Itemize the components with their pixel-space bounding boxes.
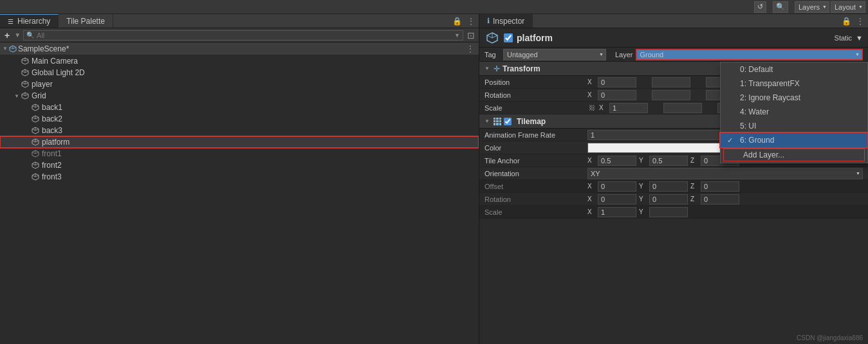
- object-enabled-checkbox[interactable]: [504, 33, 513, 42]
- inspector-lock-button[interactable]: 🔒: [840, 15, 853, 27]
- section-arrow-icon: ▼: [485, 66, 491, 71]
- tilemap-rotation-y-input[interactable]: [649, 194, 688, 204]
- static-dropdown[interactable]: ▼: [856, 34, 863, 42]
- layer-dropdown[interactable]: Ground: [636, 49, 863, 60]
- list-item-selected[interactable]: platform: [0, 136, 479, 148]
- tilemap-icon: [494, 118, 501, 125]
- tilemap-rotation-values: X Y Z: [587, 194, 863, 204]
- tile-anchor-x-input[interactable]: [598, 156, 636, 166]
- transform-icon: ✛: [494, 64, 500, 73]
- list-item[interactable]: back1: [0, 102, 479, 113]
- inspector-content: platform Static ▼ Tag Untagged Layer Gro…: [479, 28, 868, 344]
- object-header: platform Static ▼: [479, 28, 868, 48]
- expand-button[interactable]: ⊡: [466, 29, 476, 42]
- search-dropdown-button[interactable]: ▼: [454, 32, 460, 39]
- layer-option-ground[interactable]: ✓ 6: Ground: [721, 133, 867, 147]
- object-cube-icon: [31, 149, 40, 158]
- tilemap-scale-x-input[interactable]: [598, 207, 636, 217]
- object-cube-icon: [31, 103, 40, 112]
- scene-more-button[interactable]: ⋮: [462, 44, 479, 54]
- panel-more-button[interactable]: ⋮: [466, 15, 476, 27]
- undo-button[interactable]: ↺: [754, 1, 766, 13]
- offset-label: Offset: [485, 183, 587, 190]
- offset-y-input[interactable]: [649, 181, 688, 192]
- tab-tile-palette[interactable]: Tile Palette: [59, 14, 113, 28]
- object-cube-icon: [31, 126, 40, 135]
- layer-dropdown-menu: 0: Default 1: TransparentFX 2: Ignore Ra…: [720, 62, 868, 163]
- search-button[interactable]: 🔍: [773, 1, 788, 13]
- scale-y-input[interactable]: [663, 103, 702, 113]
- panel-tab-actions: 🔒 ⋮: [451, 14, 479, 28]
- list-item[interactable]: Main Camera: [0, 55, 479, 67]
- inspector-tab-actions: 🔒 ⋮: [840, 14, 868, 28]
- object-cube-icon: [31, 138, 40, 147]
- main-area: ☰ Hierarchy Tile Palette 🔒 ⋮ + ▼ 🔍 ▼ ⊡: [0, 14, 868, 344]
- layer-option-water[interactable]: 4: Water: [721, 105, 867, 119]
- scale-x-input[interactable]: [609, 103, 648, 113]
- tilemap-scale-y-input[interactable]: [649, 207, 688, 217]
- tilemap-rotation-label: Rotation: [485, 195, 587, 203]
- object-cube-icon: [31, 114, 40, 123]
- list-item[interactable]: back3: [0, 125, 479, 136]
- tilemap-scale-values: X Y: [587, 207, 863, 217]
- offset-values: X Y Z: [587, 181, 863, 192]
- tilemap-scale-row: Scale X Y: [479, 206, 868, 219]
- scene-icon: [9, 45, 17, 53]
- list-item[interactable]: front2: [0, 159, 479, 171]
- info-icon: ℹ: [487, 17, 490, 25]
- layout-dropdown[interactable]: Layout: [831, 1, 865, 13]
- scale-label: Scale: [485, 104, 587, 112]
- search-input[interactable]: [37, 32, 452, 39]
- layer-option-default[interactable]: 0: Default: [721, 62, 867, 77]
- list-item[interactable]: front3: [0, 171, 479, 183]
- link-icon: ⛓: [589, 104, 595, 111]
- rotation-x-input[interactable]: [598, 90, 636, 100]
- position-x-input[interactable]: [598, 77, 636, 87]
- section-arrow-icon: ▼: [485, 118, 491, 124]
- add-object-button[interactable]: +: [3, 30, 12, 41]
- add-arrow-icon: ▼: [14, 32, 21, 39]
- object-cube-icon: [31, 161, 40, 170]
- object-cube-icon: [21, 91, 30, 100]
- object-label: back1: [42, 103, 62, 112]
- scene-arrow-icon: ▼: [3, 46, 8, 51]
- list-item[interactable]: back2: [0, 113, 479, 125]
- object-label: back2: [42, 114, 62, 123]
- tag-dropdown[interactable]: Untagged: [503, 49, 606, 60]
- search-icon: 🔍: [26, 32, 34, 39]
- orientation-dropdown[interactable]: XY: [587, 168, 863, 179]
- offset-x-input[interactable]: [598, 181, 636, 192]
- check-icon: ✓: [727, 136, 736, 145]
- tag-layer-row: Tag Untagged Layer Ground 0: Default: [479, 48, 868, 62]
- list-item[interactable]: Global Light 2D: [0, 67, 479, 78]
- object-cube-icon: [21, 80, 30, 89]
- panel-lock-button[interactable]: 🔒: [451, 15, 463, 27]
- tilemap-rotation-x-input[interactable]: [598, 194, 636, 204]
- object-label: Main Camera: [32, 57, 78, 66]
- panel-tabs: ☰ Hierarchy Tile Palette 🔒 ⋮: [0, 14, 479, 28]
- rotation-y-input[interactable]: [652, 90, 690, 100]
- offset-z-input[interactable]: [701, 181, 739, 192]
- list-item[interactable]: front1: [0, 148, 479, 159]
- hierarchy-toolbar: + ▼ 🔍 ▼ ⊡: [0, 28, 479, 42]
- hierarchy-tree: Main Camera Global Light 2D player ▼: [0, 55, 479, 344]
- list-item[interactable]: player: [0, 78, 479, 90]
- tab-inspector[interactable]: ℹ Inspector: [479, 14, 533, 28]
- position-y-input[interactable]: [652, 77, 690, 87]
- tilemap-enabled-checkbox[interactable]: [504, 118, 512, 125]
- scene-header[interactable]: ▼ SampleScene* ⋮: [0, 42, 479, 55]
- inspector-more-button[interactable]: ⋮: [855, 15, 865, 27]
- anim-frame-rate-label: Animation Frame Rate: [485, 131, 587, 139]
- layer-option-transparentfx[interactable]: 1: TransparentFX: [721, 77, 867, 91]
- tile-anchor-y-input[interactable]: [649, 156, 688, 166]
- add-layer-button[interactable]: Add Layer...: [723, 149, 865, 161]
- tilemap-rotation-z-input[interactable]: [701, 194, 739, 204]
- right-panel: ℹ Inspector 🔒 ⋮ platform Static: [479, 14, 868, 344]
- layer-option-ui[interactable]: 5: UI: [721, 119, 867, 133]
- list-item[interactable]: ▼ Grid: [0, 90, 479, 102]
- tab-hierarchy[interactable]: ☰ Hierarchy: [0, 14, 59, 28]
- layers-dropdown[interactable]: Layers: [795, 1, 829, 13]
- layer-option-ignore-raycast[interactable]: 2: Ignore Raycast: [721, 91, 867, 105]
- top-bar: ↺ 🔍 Layers Layout: [0, 0, 868, 14]
- offset-row: Offset X Y Z: [479, 180, 868, 193]
